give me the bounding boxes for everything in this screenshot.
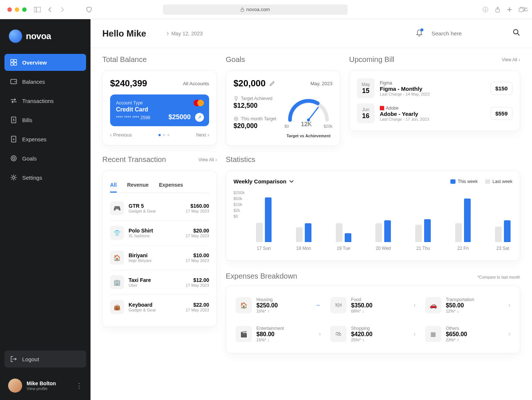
- bill-amount: $150: [491, 82, 512, 95]
- arrow-right-icon[interactable]: ›: [508, 302, 510, 308]
- bar-last: [415, 225, 422, 242]
- tx-item[interactable]: 👜 KeyboardGadget & Gear $22.0017 May 202…: [110, 295, 209, 319]
- open-account-icon[interactable]: ↗: [195, 113, 204, 122]
- expense-item[interactable]: 🍽 Food $350.00 08%* ↓ ›: [328, 293, 417, 317]
- pager-prev[interactable]: ‹ Previous: [110, 132, 132, 138]
- shield-icon[interactable]: [86, 7, 92, 13]
- tx-icon: 👜: [110, 300, 124, 314]
- arrow-right-icon[interactable]: ›: [508, 331, 510, 337]
- expense-icon: [10, 136, 17, 142]
- download-icon[interactable]: [482, 7, 488, 13]
- sidebar-item-balances[interactable]: Balances: [4, 73, 86, 90]
- bar-group: [254, 197, 273, 242]
- new-tab-icon[interactable]: [507, 7, 512, 13]
- expense-item[interactable]: ▦ Others $650.00 23%* ↑ ›: [423, 322, 512, 346]
- reload-icon[interactable]: [524, 7, 528, 12]
- bar-last: [296, 227, 303, 242]
- tx-amount: $12.00: [185, 277, 209, 283]
- tx-tabs: All Revenue Expenses: [110, 178, 209, 193]
- tab-revenue[interactable]: Revenue: [127, 178, 149, 193]
- tx-name: Polo Shirt: [129, 228, 153, 234]
- bill-item[interactable]: May15 FigmaFigma - MonthlyLast Charge - …: [357, 78, 512, 98]
- search-input[interactable]: [432, 28, 520, 39]
- url-bar[interactable]: novoa.com: [163, 4, 348, 15]
- goal-amount: $20,000: [233, 78, 266, 89]
- account-card[interactable]: Account Type Credit Card **** **** **** …: [110, 94, 209, 126]
- tab-all[interactable]: All: [110, 178, 117, 193]
- arrow-right-icon[interactable]: →: [315, 302, 321, 308]
- tx-name: GTR 5: [129, 203, 156, 209]
- expense-item[interactable]: 🏠 Housing $250.00 15%* ↑ →: [233, 293, 323, 317]
- minimize-window[interactable]: [15, 7, 19, 12]
- logo-orb-icon: [9, 30, 22, 43]
- expense-icon: 🏠: [236, 297, 252, 313]
- tx-icon: 🏠: [110, 251, 124, 265]
- recent-view-all[interactable]: View All ›: [198, 157, 217, 162]
- more-icon[interactable]: ⋮: [76, 382, 82, 390]
- sidebar-item-transactions[interactable]: Transactions: [4, 92, 86, 109]
- avatar: [8, 379, 22, 393]
- bar-last: [495, 227, 502, 242]
- sidebar-item-expenses[interactable]: Expenses: [4, 131, 86, 148]
- tab-expenses[interactable]: Expenses: [159, 178, 183, 193]
- bar-group: [334, 223, 353, 242]
- achieved-value: $12,500: [233, 102, 279, 110]
- logout-button[interactable]: Logout: [4, 351, 86, 368]
- bar-group: [413, 219, 433, 242]
- sidebar-item-settings[interactable]: Settings: [4, 169, 86, 186]
- forward-icon[interactable]: [60, 7, 64, 12]
- sidebar-item-bills[interactable]: $ Bills: [4, 111, 86, 128]
- svg-point-18: [514, 30, 518, 34]
- brand-logo[interactable]: novoa: [4, 30, 86, 54]
- expense-amount: $420.00: [351, 331, 372, 338]
- notification-bell[interactable]: [416, 29, 423, 38]
- edit-goal-icon[interactable]: [269, 78, 275, 89]
- sidebar-item-goals[interactable]: Goals: [4, 150, 86, 167]
- receipt-icon: $: [10, 117, 17, 123]
- recent-section: Recent Transaction View All › All Revenu…: [102, 155, 217, 354]
- grid-icon: [10, 59, 17, 66]
- sidebar-item-overview[interactable]: Overview: [4, 54, 86, 71]
- search-wrap: [432, 28, 520, 39]
- profile-row[interactable]: Mike Bolton View profile ⋮: [4, 379, 86, 393]
- sidebar-item-label: Balances: [22, 79, 45, 85]
- balance-title: Total Balance: [102, 55, 217, 64]
- sidebar-toggle-icon[interactable]: [34, 7, 41, 12]
- all-accounts-link[interactable]: All Accounts: [183, 81, 209, 86]
- bills-view-all[interactable]: View All ›: [502, 57, 520, 62]
- svg-line-21: [308, 107, 318, 120]
- expense-delta: 15%* ↓: [256, 338, 284, 342]
- expense-name: Entertainment: [256, 326, 284, 331]
- arrow-right-icon[interactable]: ›: [413, 302, 415, 308]
- tx-item[interactable]: 🏠 BiriyaniHajir Biriyani $10.0017 May 20…: [110, 245, 209, 270]
- tx-item[interactable]: 🏢 Taxi FareUber $12.0017 May 2023: [110, 270, 209, 295]
- expense-item[interactable]: 🛍 Shopping $420.00 25%* ↑ ›: [328, 322, 417, 346]
- sidebar-item-label: Overview: [22, 59, 47, 66]
- expense-item[interactable]: 🚗 Transportation $50.00 12%* ↓ ›: [423, 293, 512, 317]
- arrow-right-icon[interactable]: ›: [413, 331, 415, 337]
- tx-name: Biriyani: [129, 252, 151, 258]
- tx-item[interactable]: 👕 Polo ShirtXL fashions $20.0017 May 202…: [110, 221, 209, 245]
- maximize-window[interactable]: [22, 7, 27, 12]
- close-window[interactable]: [7, 7, 12, 12]
- stats-dropdown[interactable]: Weekly Comparison: [233, 178, 294, 185]
- expense-icon: 🎬: [236, 326, 252, 342]
- search-icon[interactable]: [513, 29, 520, 38]
- bill-item[interactable]: Jun16 AdobeAdobe - YearlyLast Charge - 1…: [357, 103, 512, 123]
- expense-item[interactable]: 🎬 Entertainment $80.00 15%* ↓ ›: [233, 322, 323, 346]
- arrow-right-icon[interactable]: ›: [319, 331, 321, 337]
- bills-title: Upcoming Bill: [349, 55, 394, 64]
- main-content: Hello Mike May 12, 2023 Total Balance: [91, 19, 532, 400]
- share-icon[interactable]: [495, 7, 500, 13]
- tx-amount: $160.00: [185, 203, 209, 209]
- bar-this: [504, 220, 511, 242]
- expense-amount: $50.00: [446, 302, 474, 309]
- back-icon[interactable]: [48, 7, 52, 12]
- pager-next[interactable]: Next ›: [196, 132, 209, 138]
- target-label: This month Target: [233, 116, 279, 121]
- svg-rect-10: [11, 79, 17, 84]
- tx-item[interactable]: 🎮 GTR 5Gadget & Gear $160.0017 May 2023: [110, 196, 209, 221]
- expense-name: Food: [351, 297, 372, 302]
- tx-date: 17 May 2023: [185, 234, 209, 238]
- tx-category: Gadget & Gear: [129, 209, 156, 213]
